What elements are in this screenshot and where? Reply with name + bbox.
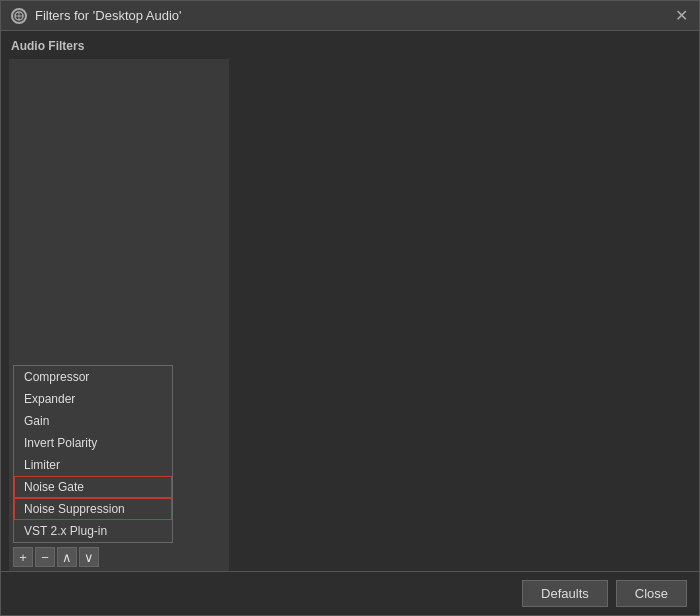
- dropdown-menu: CompressorExpanderGainInvert PolarityLim…: [13, 365, 173, 543]
- section-label: Audio Filters: [1, 31, 699, 59]
- dropdown-item[interactable]: VST 2.x Plug-in: [14, 520, 172, 542]
- close-icon[interactable]: ✕: [673, 8, 689, 24]
- move-down-button[interactable]: ∨: [79, 547, 99, 567]
- title-bar-left: Filters for 'Desktop Audio': [11, 8, 182, 24]
- title-bar-title: Filters for 'Desktop Audio': [35, 8, 182, 23]
- remove-filter-button[interactable]: −: [35, 547, 55, 567]
- right-panel: [229, 59, 699, 571]
- left-panel: CompressorExpanderGainInvert PolarityLim…: [9, 59, 229, 571]
- move-up-button[interactable]: ∧: [57, 547, 77, 567]
- filter-icon: [11, 8, 27, 24]
- add-filter-button[interactable]: +: [13, 547, 33, 567]
- close-button[interactable]: Close: [616, 580, 687, 607]
- dropdown-item[interactable]: Noise Gate: [14, 476, 172, 498]
- main-content: CompressorExpanderGainInvert PolarityLim…: [1, 59, 699, 571]
- main-window: Filters for 'Desktop Audio' ✕ Audio Filt…: [0, 0, 700, 616]
- dropdown-item[interactable]: Limiter: [14, 454, 172, 476]
- dropdown-item[interactable]: Expander: [14, 388, 172, 410]
- dropdown-item[interactable]: Gain: [14, 410, 172, 432]
- bottom-bar: Defaults Close: [1, 571, 699, 615]
- dropdown-item[interactable]: Invert Polarity: [14, 432, 172, 454]
- dropdown-item[interactable]: Compressor: [14, 366, 172, 388]
- dropdown-item[interactable]: Noise Suppression: [14, 498, 172, 520]
- title-bar: Filters for 'Desktop Audio' ✕: [1, 1, 699, 31]
- left-panel-toolbar: + − ∧ ∨: [9, 543, 229, 571]
- defaults-button[interactable]: Defaults: [522, 580, 608, 607]
